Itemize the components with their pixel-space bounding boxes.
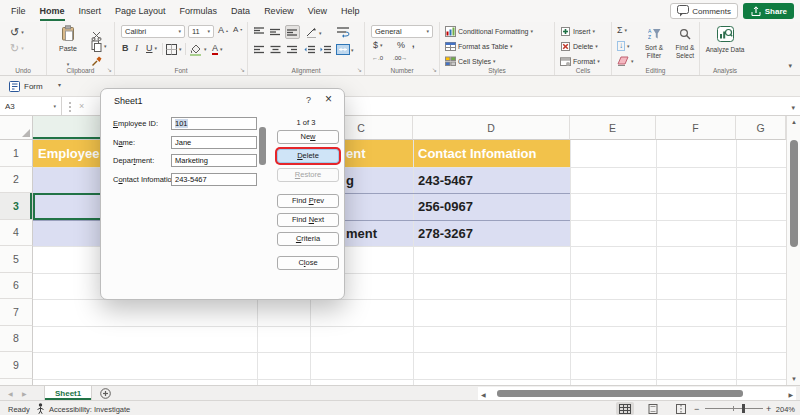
analyze-data-button[interactable]: Analyze Data [700,26,750,54]
increase-decimal-button[interactable]: ←.0 [372,55,383,61]
number-launcher-icon[interactable]: ↘ [432,67,437,73]
merge-center-icon[interactable] [336,44,350,55]
next-sheet-icon[interactable]: ▶ [22,390,27,397]
dialog-help-button[interactable]: ? [306,95,311,105]
zoom-slider-thumb[interactable] [742,404,745,413]
record-scrollbar-thumb[interactable] [259,127,266,165]
form-button[interactable]: Form [4,78,48,94]
find-select-button[interactable]: Find & Select [672,26,698,60]
prev-sheet-icon[interactable]: ◀ [8,390,13,397]
format-cells-button[interactable]: Format ▾ [560,56,600,67]
zoom-level[interactable]: 204% [776,405,795,414]
percent-style-button[interactable]: % [397,41,405,50]
zoom-out-button[interactable]: − [694,404,699,414]
horizontal-scrollbar[interactable]: ◀ ▶ [478,387,796,400]
row-header-4[interactable]: 4 [0,220,33,247]
font-launcher-icon[interactable]: ↘ [240,67,245,73]
row-header-7[interactable]: 7 [0,299,33,326]
column-header-G[interactable]: G [736,116,786,140]
formula-bar-splitter[interactable] [69,106,71,108]
number-format-combo[interactable]: General ▾ [371,25,433,38]
cell-C2[interactable]: g [346,174,354,187]
scroll-right-icon[interactable]: ▶ [788,391,793,398]
format-as-table-button[interactable]: Format as Table ▾ [445,41,513,52]
tab-review[interactable]: Review [257,1,301,22]
new-button[interactable]: New [277,130,339,144]
page-break-view-button[interactable] [672,402,690,415]
new-sheet-icon[interactable] [100,388,111,399]
tab-home[interactable]: Home [33,1,72,22]
fill-color-button[interactable]: ▾ [189,43,207,56]
copy-button[interactable]: ▾ [91,40,107,52]
conditional-formatting-button[interactable]: Conditional Formatting ▾ [445,26,533,37]
accessibility-status[interactable]: Accessibility: Investigate [49,405,130,414]
delete-cells-button[interactable]: Delete ▾ [560,41,598,52]
row-header-8[interactable]: 8 [0,326,33,353]
column-header-D[interactable]: D [413,116,570,140]
align-left-icon[interactable] [254,45,265,55]
clear-button[interactable]: ▾ [617,56,634,66]
undo-button[interactable]: ↺ ▾ [10,27,24,38]
tab-help[interactable]: Help [334,1,367,22]
criteria-button[interactable]: Criteria [277,232,339,246]
name-input[interactable]: Jane [171,136,257,149]
tab-view[interactable]: View [301,1,334,22]
zoom-in-button[interactable]: + [766,404,771,414]
page-layout-view-button[interactable] [644,402,662,415]
tab-page-layout[interactable]: Page Layout [108,1,173,22]
align-middle-icon[interactable] [270,27,281,37]
cancel-entry-icon[interactable]: × [79,101,84,111]
cell-D4[interactable]: 278-3267 [418,227,473,240]
cell-D2[interactable]: 243-5467 [418,174,473,187]
sheet-tab-sheet1[interactable]: Sheet1 [44,386,92,400]
tab-data[interactable]: Data [224,1,257,22]
dialog-close-button[interactable]: × [325,92,332,106]
orientation-icon[interactable] [305,27,318,38]
cell-C4[interactable]: ment [346,227,377,240]
cell-D3[interactable]: 256-0967 [418,200,473,213]
vertical-scrollbar[interactable]: ▲ ▼ [786,116,800,385]
close-button[interactable]: Close [277,256,339,270]
column-header-F[interactable]: F [656,116,736,140]
sort-filter-button[interactable]: AZ Sort & Filter [638,26,670,60]
scroll-up-icon[interactable]: ▲ [787,119,800,125]
fill-button[interactable]: ↓ ▾ [617,41,630,51]
borders-button[interactable]: ▾ [166,44,182,55]
decrease-decimal-button[interactable]: .00→ [393,55,407,61]
tab-formulas[interactable]: Formulas [173,1,225,22]
tab-insert[interactable]: Insert [72,1,109,22]
zoom-slider-track[interactable] [705,408,763,409]
alignment-launcher-icon[interactable]: ↘ [357,67,362,73]
horizontal-scroll-thumb[interactable] [497,390,743,397]
name-box[interactable]: A3 ▾ [0,97,62,116]
cell-D1[interactable]: Contact Infomation [418,147,536,160]
decrease-indent-icon[interactable] [304,45,315,55]
row-header-5[interactable]: 5 [0,246,33,273]
row-header-6[interactable]: 6 [0,273,33,300]
comma-style-button[interactable]: , [412,40,415,49]
share-button[interactable]: Share [743,3,794,19]
align-center-icon[interactable] [270,45,281,55]
tab-file[interactable]: File [4,1,33,22]
delete-button[interactable]: Delete [277,149,339,163]
row-header-2[interactable]: 2 [0,167,33,194]
align-right-icon[interactable] [286,45,297,55]
normal-view-button[interactable] [616,402,634,415]
department-input[interactable]: Marketing [171,154,257,167]
wrap-text-icon[interactable] [336,26,350,38]
increase-indent-icon[interactable] [320,45,331,55]
collapse-ribbon-icon[interactable]: ▾ [788,62,792,69]
contact-infomation-input[interactable]: 243-5467 [171,173,257,186]
accounting-format-button[interactable]: $ ▾ [373,41,383,50]
shrink-font-button[interactable]: A ▾ [233,26,242,34]
paste-button[interactable]: Paste ▾ [55,25,81,70]
align-top-icon[interactable] [254,27,265,37]
expand-formula-bar-icon[interactable]: ▾ [791,104,795,111]
clipboard-launcher-icon[interactable]: ↘ [107,67,112,73]
font-size-combo[interactable]: 11 ▾ [188,25,214,38]
employee-id-input[interactable]: 101 [171,117,257,130]
find-prev-button[interactable]: Find Prev [277,194,339,208]
font-color-button[interactable]: A ▾ [212,44,223,55]
autosum-button[interactable]: Σ ▾ [617,26,627,35]
vertical-scroll-thumb[interactable] [790,140,798,247]
